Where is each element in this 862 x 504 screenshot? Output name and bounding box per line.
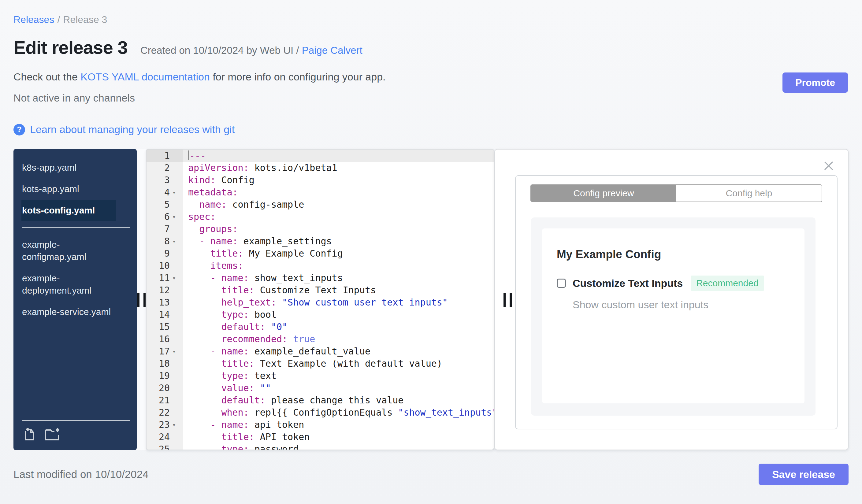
fold-arrow-icon[interactable]: ▾ bbox=[172, 186, 183, 198]
footer: Last modified on 10/10/2024 Save release bbox=[13, 464, 849, 485]
line-number: 3 bbox=[146, 174, 183, 186]
code-line[interactable]: 21 default: please change this value bbox=[146, 394, 494, 407]
code-line[interactable]: 8▾ - name: example_settings bbox=[146, 235, 494, 248]
code-text: - name: show_text_inputs bbox=[183, 272, 494, 284]
line-number: 24 bbox=[146, 431, 183, 443]
code-line[interactable]: 5 name: config-sample bbox=[146, 198, 494, 211]
file-item[interactable]: k8s-app.yaml bbox=[22, 157, 116, 178]
git-releases-link[interactable]: ? Learn about managing your releases wit… bbox=[13, 123, 235, 135]
fold-arrow-icon[interactable]: ▾ bbox=[172, 345, 183, 358]
code-line[interactable]: 13 help_text: "Show custom user text inp… bbox=[146, 296, 494, 308]
code-line[interactable]: 19 type: text bbox=[146, 370, 494, 382]
fold-spacer bbox=[172, 321, 183, 333]
file-item[interactable]: example-service.yaml bbox=[22, 301, 116, 323]
line-number: 20 bbox=[146, 382, 183, 394]
fold-arrow-icon[interactable]: ▾ bbox=[172, 211, 183, 223]
code-text: apiVersion: kots.io/v1beta1 bbox=[183, 162, 494, 174]
code-line[interactable]: 25 type: password bbox=[146, 443, 494, 450]
add-file-icon[interactable] bbox=[22, 427, 36, 442]
code-line[interactable]: 24 title: API token bbox=[146, 431, 494, 443]
fold-spacer bbox=[172, 308, 183, 321]
save-release-button[interactable]: Save release bbox=[759, 464, 849, 485]
line-number: 19 bbox=[146, 370, 183, 382]
close-icon[interactable] bbox=[822, 159, 835, 172]
fold-spacer bbox=[172, 296, 183, 308]
line-number: 13 bbox=[146, 296, 183, 308]
code-text: items: bbox=[183, 260, 494, 272]
fold-spacer bbox=[172, 394, 183, 407]
created-by-link[interactable]: Paige Calvert bbox=[302, 45, 363, 56]
config-group-card: My Example Config Customize Text Inputs … bbox=[542, 228, 805, 403]
code-line[interactable]: 6▾spec: bbox=[146, 211, 494, 223]
title-row: Edit release 3 Created on 10/10/2024 by … bbox=[13, 37, 849, 58]
file-sidebar: k8s-app.yamlkots-app.yamlkots-config.yam… bbox=[13, 149, 137, 450]
breadcrumb-releases-link[interactable]: Releases bbox=[13, 14, 54, 25]
kots-yaml-docs-link[interactable]: KOTS YAML documentation bbox=[80, 71, 210, 82]
git-link-label: Learn about managing your releases with … bbox=[30, 123, 235, 135]
code-line[interactable]: 10 items: bbox=[146, 260, 494, 272]
line-number: 8▾ bbox=[146, 235, 183, 248]
yaml-code-editor[interactable]: 1---2apiVersion: kots.io/v1beta13kind: C… bbox=[146, 149, 494, 450]
fold-arrow-icon[interactable]: ▾ bbox=[172, 272, 183, 284]
sidebar-resize-gutter[interactable] bbox=[137, 149, 146, 450]
config-tabs: Config previewConfig help bbox=[531, 184, 822, 202]
line-number: 21 bbox=[146, 394, 183, 407]
line-number: 22 bbox=[146, 407, 183, 419]
customize-text-inputs-checkbox[interactable] bbox=[557, 279, 566, 288]
docs-line: Check out the KOTS YAML documentation fo… bbox=[13, 71, 849, 83]
code-text: --- bbox=[183, 149, 494, 162]
fold-arrow-icon[interactable]: ▾ bbox=[172, 235, 183, 248]
breadcrumb-separator: / bbox=[57, 14, 60, 25]
code-text: recommended: true bbox=[183, 333, 494, 345]
code-line[interactable]: 12 title: Customize Text Inputs bbox=[146, 284, 494, 296]
code-line[interactable]: 2apiVersion: kots.io/v1beta1 bbox=[146, 162, 494, 174]
drag-handle[interactable] bbox=[138, 293, 146, 307]
line-number: 4▾ bbox=[146, 186, 183, 198]
code-line[interactable]: 14 type: bool bbox=[146, 308, 494, 321]
line-number: 7 bbox=[146, 223, 183, 235]
code-text: title: Customize Text Inputs bbox=[183, 284, 494, 296]
line-number: 16 bbox=[146, 333, 183, 345]
created-line: Created on 10/10/2024 by Web UI / Paige … bbox=[140, 45, 363, 56]
code-text: - name: example_default_value bbox=[183, 345, 494, 358]
file-item[interactable]: example-deployment.yaml bbox=[22, 268, 116, 301]
fold-spacer bbox=[172, 260, 183, 272]
code-line[interactable]: 7 groups: bbox=[146, 223, 494, 235]
code-line[interactable]: 22 when: repl{{ ConfigOptionEquals "show… bbox=[146, 407, 494, 419]
code-line[interactable]: 1--- bbox=[146, 149, 494, 162]
code-line[interactable]: 18 title: Text Example (with default val… bbox=[146, 358, 494, 370]
fold-arrow-icon[interactable]: ▾ bbox=[172, 419, 183, 431]
file-item[interactable]: kots-app.yaml bbox=[22, 178, 116, 200]
code-line[interactable]: 3kind: Config bbox=[146, 174, 494, 186]
code-line[interactable]: 20 value: "" bbox=[146, 382, 494, 394]
docs-suffix: for more info on configuring your app. bbox=[210, 71, 386, 82]
promote-button[interactable]: Promote bbox=[782, 72, 848, 93]
code-line[interactable]: 4▾metadata: bbox=[146, 186, 494, 198]
add-folder-icon[interactable] bbox=[44, 427, 60, 442]
tab-config-preview[interactable]: Config preview bbox=[531, 185, 676, 201]
fold-spacer bbox=[172, 223, 183, 235]
code-text: - name: api_token bbox=[183, 419, 494, 431]
tab-config-help[interactable]: Config help bbox=[676, 185, 822, 201]
code-text: when: repl{{ ConfigOptionEquals "show_te… bbox=[183, 407, 494, 419]
code-line[interactable]: 17▾ - name: example_default_value bbox=[146, 345, 494, 358]
channel-status: Not active in any channels bbox=[13, 92, 849, 104]
last-modified-text: Last modified on 10/10/2024 bbox=[13, 468, 149, 480]
created-text: Created on 10/10/2024 by Web UI / bbox=[140, 45, 302, 56]
drag-handle[interactable] bbox=[504, 293, 512, 307]
file-item[interactable]: example-configmap.yaml bbox=[22, 234, 116, 268]
file-item[interactable]: kots-config.yaml bbox=[22, 200, 116, 221]
code-text: name: config-sample bbox=[183, 198, 494, 211]
code-line[interactable]: 16 recommended: true bbox=[146, 333, 494, 345]
code-text: title: My Example Config bbox=[183, 248, 494, 260]
code-line[interactable]: 9 title: My Example Config bbox=[146, 248, 494, 260]
code-line[interactable]: 23▾ - name: api_token bbox=[146, 419, 494, 431]
code-line[interactable]: 11▾ - name: show_text_inputs bbox=[146, 272, 494, 284]
config-preview-pane: Config previewConfig help My Example Con… bbox=[494, 149, 849, 450]
line-number: 11▾ bbox=[146, 272, 183, 284]
line-number: 23▾ bbox=[146, 419, 183, 431]
help-circle-icon: ? bbox=[13, 124, 25, 135]
fold-spacer bbox=[172, 333, 183, 345]
code-line[interactable]: 15 default: "0" bbox=[146, 321, 494, 333]
config-preview-surface: My Example Config Customize Text Inputs … bbox=[531, 217, 815, 416]
